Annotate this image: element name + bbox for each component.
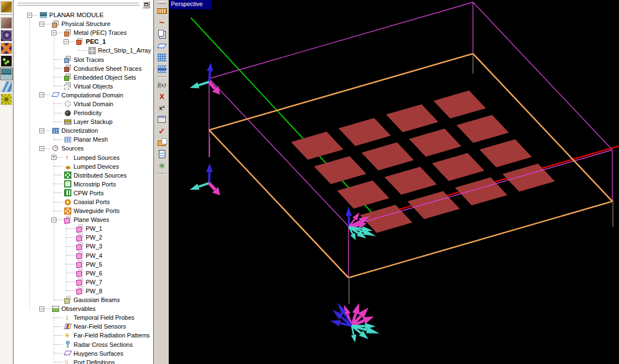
- tree-item-label: Planar Mesh: [74, 136, 108, 143]
- x-squared-icon[interactable]: x²: [157, 102, 168, 113]
- tree-item-label: Discretization: [61, 127, 98, 134]
- tree-item-computational-domain[interactable]: −Computational Domain: [14, 91, 153, 100]
- tree-item-pw-8[interactable]: PW_8: [14, 287, 153, 295]
- tree-item-pw-3[interactable]: PW_3: [14, 242, 153, 251]
- run-star-icon[interactable]: ✳: [157, 160, 168, 171]
- patch-element: [384, 167, 437, 195]
- module-molecule-icon[interactable]: [1, 55, 12, 67]
- tree-item-label: PW_4: [86, 252, 102, 259]
- gaussian-beams-icon: [64, 296, 72, 304]
- tree-item-huygens-surfaces[interactable]: Huygens Surfaces: [14, 349, 153, 358]
- tree-item-far-field-radiation-patterns[interactable]: ✳Far-Field Radiation Patterns: [14, 331, 153, 340]
- tree-trunk-line: [54, 100, 54, 122]
- tree-item-label: Far-Field Radiation Patterns: [74, 332, 150, 339]
- tree-item-near-field-sensors[interactable]: Near-Field Sensors: [14, 322, 153, 331]
- tree-item-label: Embedded Object Sets: [74, 74, 136, 81]
- patch-element: [502, 164, 555, 192]
- tree-item-microstrip-ports[interactable]: ↑Microstrip Ports: [14, 180, 153, 189]
- tree-item-metal-pec-traces[interactable]: −Metal (PEC) Traces: [14, 28, 153, 37]
- validate-check-icon[interactable]: ✓: [157, 126, 168, 137]
- expand-toggle[interactable]: −: [39, 22, 44, 27]
- tree-item-physical-structure[interactable]: −Physical Structure: [14, 19, 153, 28]
- panel-float-button[interactable]: [143, 1, 150, 8]
- tree-item-virtual-domain[interactable]: Virtual Domain: [14, 100, 153, 108]
- copy-sheets-icon[interactable]: [157, 29, 168, 40]
- tree-item-embedded-object-sets[interactable]: Embedded Object Sets: [14, 73, 153, 82]
- measure-ruler-icon[interactable]: [157, 6, 168, 17]
- tree-item-waveguide-ports[interactable]: Waveguide Ports: [14, 206, 153, 215]
- expand-toggle[interactable]: +: [51, 155, 56, 160]
- tree-item-lumped-devices[interactable]: Lumped Devices: [14, 162, 153, 171]
- toolbar-divider: [157, 173, 167, 174]
- tree-item-rect-strip-1-array[interactable]: Rect_Strip_1_Array: [14, 46, 153, 55]
- tree-item-coaxial-ports[interactable]: Coaxial Ports: [14, 197, 153, 206]
- planar-module-icon: [39, 11, 48, 19]
- huygens-icon: [64, 349, 72, 357]
- tree-item-layer-stackup[interactable]: Layer Stackup: [14, 117, 153, 126]
- function-fx-icon[interactable]: f(x): [157, 79, 168, 90]
- module-wave-icon[interactable]: [1, 81, 12, 92]
- tree-item-pw-6[interactable]: PW_6: [14, 269, 153, 278]
- tree-item-observables[interactable]: −Observables: [14, 304, 153, 313]
- domain-box-edge: [209, 2, 473, 79]
- tree-item-distributed-sources[interactable]: Distributed Sources: [14, 171, 153, 180]
- wire-box-icon[interactable]: [157, 40, 168, 51]
- preview-window-icon[interactable]: [157, 114, 168, 125]
- expand-toggle[interactable]: −: [39, 128, 44, 133]
- patch-element: [432, 153, 485, 181]
- tree-connector: [54, 193, 63, 193]
- expand-toggle[interactable]: −: [39, 146, 44, 151]
- module-planar-icon[interactable]: [1, 68, 12, 80]
- excel-export-icon[interactable]: X: [157, 91, 168, 102]
- expand-toggle[interactable]: −: [51, 30, 56, 35]
- pec-icon: [76, 38, 84, 46]
- mesh-grid-icon[interactable]: [157, 52, 168, 63]
- tree-item-sources[interactable]: −~Sources: [14, 144, 153, 153]
- tree-item-temporal-field-probes[interactable]: ↕Temporal Field Probes: [14, 313, 153, 322]
- module-blades-icon[interactable]: [1, 43, 12, 54]
- tree-connector: [54, 353, 63, 353]
- tree-item-pw-7[interactable]: PW_7: [14, 278, 153, 287]
- patch-element: [361, 142, 414, 170]
- scene-canvas[interactable]: [169, 0, 619, 364]
- sine-wave-icon[interactable]: ~: [157, 17, 168, 28]
- app-logo-icon[interactable]: [1, 1, 12, 13]
- tree-item-label: Slot Traces: [74, 56, 104, 63]
- expand-toggle[interactable]: −: [64, 39, 69, 44]
- tree-item-pec-1[interactable]: −PEC_1: [14, 37, 153, 46]
- tree-item-discretization[interactable]: −Discretization: [14, 126, 153, 135]
- tree-item-label: Layer Stackup: [74, 118, 112, 125]
- tree-item-planar-mesh[interactable]: Planar Mesh: [14, 135, 153, 144]
- tree-item-port-definitions[interactable]: ↑↓Port Definitions: [14, 358, 153, 364]
- tree-item-plane-waves[interactable]: −Plane Waves: [14, 215, 153, 224]
- patch-element: [456, 115, 509, 143]
- tree-item-virtual-objects[interactable]: Virtual Objects: [14, 82, 153, 91]
- expand-toggle[interactable]: −: [39, 92, 44, 97]
- tree-item-planar-module[interactable]: −PLANAR MODULE: [14, 11, 153, 19]
- expand-toggle[interactable]: −: [39, 306, 44, 311]
- tree-item-slot-traces[interactable]: Slot Traces: [14, 55, 153, 64]
- tree-item-pw-2[interactable]: PW_2: [14, 233, 153, 242]
- expand-toggle[interactable]: −: [51, 217, 56, 222]
- tree-item-pw-5[interactable]: PW_5: [14, 260, 153, 269]
- tree-item-pw-4[interactable]: PW_4: [14, 251, 153, 260]
- mesh-settings-icon[interactable]: [157, 64, 168, 75]
- 3d-viewport[interactable]: Perspective: [169, 0, 619, 364]
- tree-item-cpw-ports[interactable]: CPW Ports: [14, 189, 153, 197]
- calculator-icon[interactable]: [157, 149, 168, 160]
- tree-item-gaussian-beams[interactable]: Gaussian Beams: [14, 295, 153, 304]
- tree-item-label: PW_3: [86, 243, 102, 249]
- tree-item-label: Conductive Sheet Traces: [74, 65, 142, 72]
- expand-toggle[interactable]: −: [27, 13, 32, 18]
- tree-item-pw-1[interactable]: PW_1: [14, 224, 153, 233]
- module-mesh-sphere-icon[interactable]: [1, 93, 12, 105]
- toolbar-grip[interactable]: [158, 1, 167, 4]
- tree-item-periodicity[interactable]: Periodicity: [14, 108, 153, 117]
- panel-splitter-grip-2[interactable]: [18, 5, 139, 7]
- module-image-icon[interactable]: [1, 17, 12, 29]
- tree-item-conductive-sheet-traces[interactable]: Conductive Sheet Traces: [14, 64, 153, 73]
- edit-notes-icon[interactable]: [157, 137, 168, 148]
- module-spiral-icon[interactable]: [1, 30, 12, 41]
- tree-item-radar-cross-sections[interactable]: Radar Cross Sections: [14, 340, 153, 349]
- tree-item-lumped-sources[interactable]: +↑Lumped Sources: [14, 153, 153, 162]
